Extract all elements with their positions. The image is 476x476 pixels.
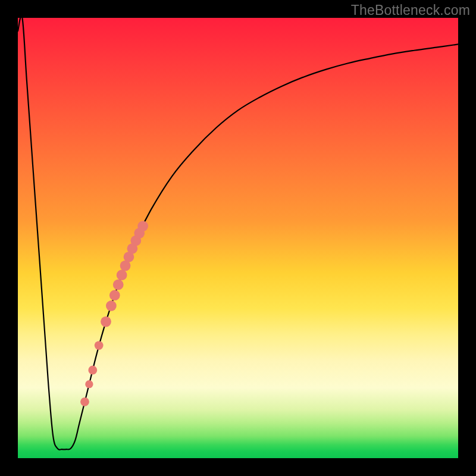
watermark-label: TheBottleneck.com — [351, 2, 470, 18]
chart-frame: TheBottleneck.com — [0, 0, 476, 476]
highlight-dot — [113, 280, 124, 290]
highlight-dot — [88, 366, 97, 375]
bottleneck-chart-svg — [18, 18, 458, 458]
highlight-dot — [137, 221, 148, 231]
plot-area — [18, 18, 458, 458]
highlight-dot — [95, 341, 104, 350]
highlight-dot — [80, 397, 89, 406]
highlight-dot — [117, 270, 127, 280]
highlight-dot — [109, 290, 120, 300]
bottleneck-curve — [18, 18, 458, 450]
highlight-dot — [101, 317, 111, 327]
highlight-dot — [85, 380, 93, 388]
highlight-dot — [106, 300, 117, 311]
